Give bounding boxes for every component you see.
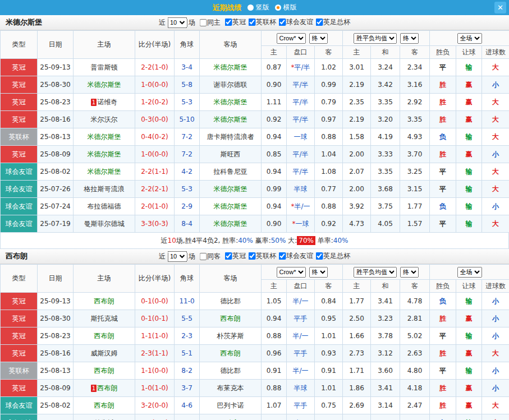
final-odds-select[interactable]: 终 (309, 33, 328, 44)
away-team[interactable]: 米德尔斯堡 (200, 59, 262, 76)
away-team[interactable]: 西布朗 (200, 345, 262, 362)
team-section-westbrom: 西布朗 近 10 场 同客 英冠英联杯球会友谊英足总杯 类型 日期 主场 比分(… (0, 249, 509, 420)
result-handicap: 赢 (456, 380, 482, 397)
home-team[interactable]: 1诺维奇 (74, 94, 135, 111)
home-team[interactable]: 曼斯菲尔德城 (74, 215, 135, 233)
away-team[interactable]: 米德尔斯堡 (200, 215, 262, 233)
home-team[interactable]: 西布朗 (74, 293, 135, 310)
home-team[interactable]: 米尔沃尔 (74, 111, 135, 128)
league-checkbox[interactable] (248, 252, 255, 260)
result-goals: 小 (482, 310, 509, 327)
col-header-result-goals: 进球数 (482, 280, 509, 293)
league-checkbox[interactable] (278, 19, 286, 26)
league-checkbox[interactable] (224, 19, 232, 26)
away-team[interactable]: 米德尔斯堡 (200, 111, 262, 128)
home-team[interactable]: 米德尔斯堡 (74, 146, 135, 163)
league-badge: 球会友谊 (1, 414, 38, 420)
league-filter[interactable]: 英足总杯 (315, 251, 350, 261)
league-filter[interactable]: 英冠 (224, 17, 246, 27)
corner-score: 4-6 (175, 397, 200, 414)
close-button[interactable]: ✕ (494, 2, 506, 13)
home-team[interactable]: 米德尔斯堡 (74, 163, 135, 181)
home-team[interactable]: 威斯汉姆 (74, 345, 135, 362)
away-team[interactable]: 拉科鲁尼亚 (200, 163, 262, 181)
away-team[interactable]: 米德尔斯堡 (200, 181, 262, 198)
match-date: 25-09-13 (38, 293, 74, 310)
final-avg-select[interactable]: 终 (400, 33, 419, 44)
result-goals: 小 (482, 146, 509, 163)
away-odds: 1.04 (315, 146, 343, 163)
final-odds-select[interactable]: 终 (309, 267, 328, 278)
league-filter[interactable]: 英联杯 (248, 17, 276, 27)
red-card-badge: 1 (91, 385, 97, 392)
home-team[interactable]: 斯托克城 (74, 310, 135, 327)
away-team[interactable]: 西布朗 (200, 414, 262, 420)
home-team[interactable]: 米德尔斯堡 (74, 128, 135, 146)
match-date: 25-07-24 (38, 198, 74, 215)
away-team[interactable]: 布莱克本 (200, 380, 262, 397)
league-filter[interactable]: 球会友谊 (278, 17, 313, 27)
home-team[interactable]: 普雷斯顿 (74, 59, 135, 76)
league-checkbox[interactable] (278, 252, 286, 260)
layout-vertical-option[interactable]: 竖版 (247, 3, 269, 12)
home-odds: 0.88 (262, 380, 287, 397)
away-team[interactable]: 唐卡斯特流浪者 (200, 128, 262, 146)
matches-table: 类型 日期 主场 比分(半场) 角球 客场 Crow* 终 胜平负均值 终 (0, 264, 509, 420)
result-wdl: 平 (430, 215, 456, 233)
same-venue-checkbox[interactable] (199, 253, 207, 260)
bookmaker-select[interactable]: Crow* (277, 33, 306, 44)
same-venue-checkbox[interactable] (199, 19, 207, 26)
fullmatch-select[interactable]: 全场 (457, 33, 482, 44)
layout-horizontal-option[interactable]: 横版 (275, 3, 297, 12)
away-team[interactable]: 斯旺西 (200, 146, 262, 163)
away-team[interactable]: 朴茨茅斯 (200, 327, 262, 345)
avg-odds-select[interactable]: 胜平负均值 (354, 33, 397, 44)
away-team[interactable]: 米德尔斯堡 (200, 94, 262, 111)
away-team[interactable]: 德比郡 (200, 293, 262, 310)
home-team[interactable]: 布拉德福德 (74, 198, 135, 215)
handicap: 平手 (287, 310, 315, 327)
home-team[interactable]: 1西布朗 (74, 380, 135, 397)
home-odds: 0.90 (262, 76, 287, 94)
same-venue-filter[interactable]: 同主 (199, 18, 221, 27)
home-team[interactable]: 西布朗 (74, 327, 135, 345)
home-team[interactable]: 米德尔斯堡 (74, 76, 135, 94)
result-handicap: 输 (456, 362, 482, 380)
result-goals: 小 (482, 293, 509, 310)
away-team[interactable]: 西布朗 (200, 310, 262, 327)
league-checkbox[interactable] (224, 252, 232, 260)
league-checkbox[interactable] (248, 19, 255, 26)
same-venue-filter[interactable]: 同客 (199, 252, 221, 261)
league-filter[interactable]: 英联杯 (248, 251, 276, 261)
home-team[interactable]: 林肯城 (74, 414, 135, 420)
away-team[interactable]: 谢菲尔德联 (200, 76, 262, 94)
result-goals: 大 (482, 181, 509, 198)
away-team[interactable]: 米德尔斯堡 (200, 198, 262, 215)
match-row: 球会友谊25-07-26格拉斯哥流浪2-2(2-1)5-3米德尔斯堡0.99半球… (1, 181, 509, 198)
result-goals: 小 (482, 327, 509, 345)
home-team[interactable]: 西布朗 (74, 397, 135, 414)
fullmatch-select[interactable]: 全场 (457, 267, 482, 278)
home-team[interactable]: 西布朗 (74, 362, 135, 380)
league-checkbox[interactable] (315, 19, 323, 26)
match-row: 英联杯25-08-13米德尔斯堡0-4(0-2)7-2唐卡斯特流浪者0.94一球… (1, 128, 509, 146)
final-avg-select[interactable]: 终 (400, 267, 419, 278)
bookmaker-select[interactable]: Crow* (277, 267, 306, 278)
league-filter[interactable]: 球会友谊 (278, 251, 313, 261)
match-score: 1-1(1-0) (135, 327, 175, 345)
result-goals: 大 (482, 59, 509, 76)
match-count-select[interactable]: 10 (167, 17, 187, 28)
league-badge: 英冠 (1, 293, 38, 310)
away-team[interactable]: 巴列卡诺 (200, 397, 262, 414)
avg-odds-select[interactable]: 胜平负均值 (354, 267, 397, 278)
away-team[interactable]: 德比郡 (200, 362, 262, 380)
home-team[interactable]: 格拉斯哥流浪 (74, 181, 135, 198)
match-count-select[interactable]: 10 (167, 251, 187, 262)
league-filter[interactable]: 英足总杯 (315, 17, 350, 27)
radio-unselected-icon[interactable] (247, 4, 254, 11)
league-checkbox[interactable] (315, 252, 323, 260)
league-filter[interactable]: 英冠 (224, 251, 246, 261)
avg-draw: 3.12 (371, 345, 400, 362)
radio-selected-icon[interactable] (275, 4, 281, 11)
result-handicap: 输 (456, 198, 482, 215)
